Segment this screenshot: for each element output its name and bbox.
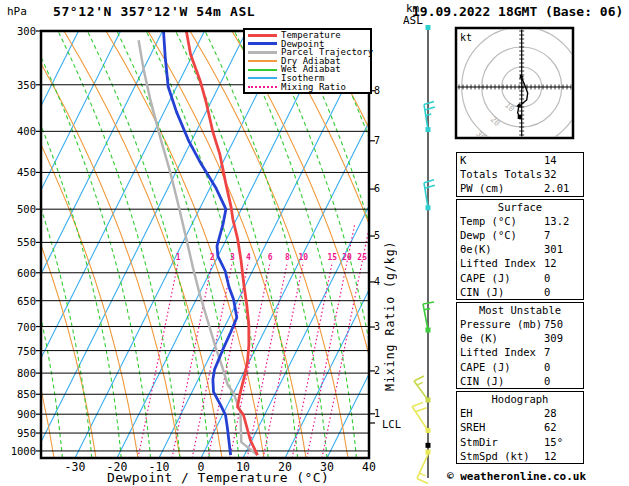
table-row: EH28 bbox=[457, 406, 583, 420]
table-row: SREH62 bbox=[457, 420, 583, 434]
table-row: PW (cm)2.01 bbox=[457, 181, 583, 195]
hodograph: 102030kt bbox=[456, 27, 582, 147]
pressure-tick-label: 700 bbox=[6, 321, 36, 333]
km-tick-label: 3 bbox=[374, 321, 380, 332]
legend-swatch-wet-adiabat bbox=[248, 69, 277, 71]
mixing-ratio-label: 4 bbox=[246, 253, 251, 262]
temperature-tick-label: 20 bbox=[265, 460, 305, 474]
indices-table-most-unstable: Most UnstablePressure (mb)750θe (K)309Li… bbox=[456, 302, 584, 389]
table-row-label: SREH bbox=[460, 420, 544, 434]
temperature-tick-label: 30 bbox=[307, 460, 347, 474]
mixing-ratio-label: 3 bbox=[230, 253, 235, 262]
km-tick-label: 4 bbox=[374, 276, 380, 287]
temperature-tick-label: -10 bbox=[139, 460, 179, 474]
table-row: θe(K)301 bbox=[457, 242, 583, 256]
indices-table: K14Totals Totals32PW (cm)2.01 bbox=[456, 152, 584, 197]
sounding-curves bbox=[139, 26, 258, 455]
table-row-label: θe (K) bbox=[460, 331, 544, 345]
table-row-value: 62 bbox=[544, 420, 580, 434]
table-row: CAPE (J)0 bbox=[457, 271, 583, 285]
table-row-value: 309 bbox=[544, 331, 580, 345]
table-row-value: 2.01 bbox=[544, 181, 580, 195]
wind-level-marker bbox=[426, 397, 431, 402]
pressure-tick-label: 350 bbox=[6, 79, 36, 91]
table-row-value: 750 bbox=[544, 317, 580, 331]
mixing-ratio-label: 25 bbox=[357, 253, 367, 262]
pressure-tick-label: 550 bbox=[6, 236, 36, 248]
hodograph-ring-label: 20 bbox=[488, 115, 501, 128]
mixing-ratio-label: 15 bbox=[327, 253, 337, 262]
mixing-ratio-label: 20 bbox=[342, 253, 352, 262]
table-row-label: CIN (J) bbox=[460, 374, 544, 388]
indices-tables: K14Totals Totals32PW (cm)2.01SurfaceTemp… bbox=[456, 152, 584, 466]
table-header: Most Unstable bbox=[457, 303, 583, 317]
wind-barb-column bbox=[412, 25, 435, 483]
pressure-tick-label: 950 bbox=[6, 427, 36, 439]
legend-box: TemperatureDewpointParcel TrajectoryDry … bbox=[243, 28, 372, 94]
wind-barb-full bbox=[412, 402, 423, 406]
pressure-tick-label: 650 bbox=[6, 295, 36, 307]
table-row: Pressure (mb)750 bbox=[457, 317, 583, 331]
mixing-ratio-line bbox=[263, 262, 303, 458]
table-row: StmSpd (kt)12 bbox=[457, 449, 583, 463]
km-tick-label: 2 bbox=[374, 365, 380, 376]
table-row-value: 12 bbox=[544, 449, 580, 463]
km-tick-label: 6 bbox=[374, 183, 380, 194]
table-row-value: 0 bbox=[544, 374, 580, 388]
table-row-value: 301 bbox=[544, 242, 580, 256]
temperature-tick-label: 10 bbox=[223, 460, 263, 474]
pressure-tick-label: 400 bbox=[6, 125, 36, 137]
table-row-label: CIN (J) bbox=[460, 285, 544, 299]
temperature-tick-label: -20 bbox=[97, 460, 137, 474]
table-row-value: 7 bbox=[544, 228, 580, 242]
table-row: Lifted Index12 bbox=[457, 256, 583, 270]
table-row: K14 bbox=[457, 153, 583, 167]
mixing-ratio-label: 2 bbox=[210, 253, 215, 262]
table-row: Lifted Index7 bbox=[457, 345, 583, 359]
mixing-ratio-label: 6 bbox=[268, 253, 273, 262]
wind-barb-full bbox=[416, 408, 427, 412]
table-header: Surface bbox=[457, 200, 583, 214]
table-row-label: Pressure (mb) bbox=[460, 317, 544, 331]
table-row: Temp (°C)13.2 bbox=[457, 214, 583, 228]
pressure-tick-label: 900 bbox=[6, 408, 36, 420]
temperature-tick-label: -30 bbox=[55, 460, 95, 474]
table-row: CIN (J)0 bbox=[457, 285, 583, 299]
wind-barb-full bbox=[424, 180, 434, 183]
table-row-value: 32 bbox=[544, 167, 580, 181]
pressure-tick-label: 800 bbox=[6, 367, 36, 379]
table-row-label: StmSpd (kt) bbox=[460, 449, 544, 463]
legend-swatch-parcel-trajectory bbox=[248, 51, 277, 54]
wind-level-marker bbox=[426, 449, 431, 454]
table-row-value: 14 bbox=[544, 153, 580, 167]
wind-barb-half bbox=[426, 114, 432, 116]
table-row: CAPE (J)0 bbox=[457, 360, 583, 374]
temperature-tick-label: 0 bbox=[181, 460, 221, 474]
wind-barb-full bbox=[414, 376, 424, 381]
wind-level-marker bbox=[426, 443, 431, 448]
skewt-sounding-page: 12346810152025102030kt hPa 57°12'N 357°1… bbox=[0, 0, 629, 486]
pressure-tick-label: 500 bbox=[6, 203, 36, 215]
wind-level-marker bbox=[426, 428, 431, 433]
hodograph-unit-label: kt bbox=[460, 32, 472, 43]
table-row-label: EH bbox=[460, 406, 544, 420]
legend-swatch-temperature bbox=[248, 34, 277, 37]
table-row-label: K bbox=[460, 153, 544, 167]
wind-level-marker bbox=[426, 328, 431, 333]
table-row-label: CAPE (J) bbox=[460, 360, 544, 374]
table-row-value: 0 bbox=[544, 360, 580, 374]
pressure-tick-label: 450 bbox=[6, 166, 36, 178]
wind-level-marker bbox=[426, 205, 431, 210]
temperature-tick-label: 40 bbox=[349, 460, 389, 474]
indices-table-hodograph: HodographEH28SREH62StmDir15°StmSpd (kt)1… bbox=[456, 391, 584, 464]
table-row-value: 13.2 bbox=[544, 214, 580, 228]
pressure-tick-label: 300 bbox=[6, 25, 36, 37]
wind-barb-full bbox=[423, 302, 434, 304]
mixing-ratio-label: 1 bbox=[176, 253, 181, 262]
pressure-tick-label: 1000 bbox=[6, 445, 36, 457]
legend-swatch-dewpoint bbox=[248, 42, 277, 45]
lcl-label: LCL bbox=[382, 418, 401, 430]
table-row-value: 0 bbox=[544, 271, 580, 285]
wind-barb-full bbox=[424, 102, 434, 105]
legend-swatch-mixing-ratio bbox=[248, 86, 277, 88]
